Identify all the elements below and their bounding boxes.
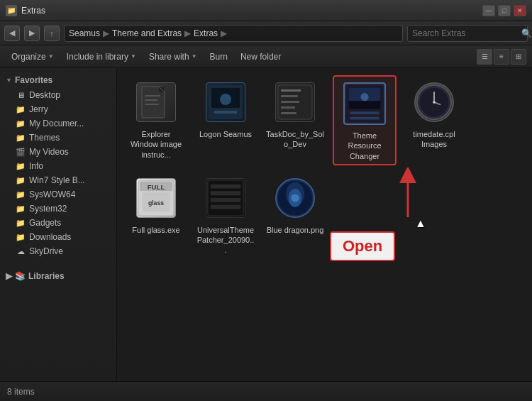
close-button[interactable]: ✕ <box>514 5 526 16</box>
sidebar-label-system32: System32 <box>29 204 67 214</box>
svg-rect-15 <box>281 112 297 114</box>
sidebar-divider <box>0 258 116 264</box>
maximize-button[interactable]: □ <box>498 5 511 16</box>
view-btn-icons[interactable]: ⊞ <box>511 49 526 65</box>
organize-button[interactable]: Organize ▼ <box>6 48 60 65</box>
svg-rect-33 <box>211 185 240 189</box>
sidebar-item-jerry[interactable]: 📁 Jerry <box>1 102 115 116</box>
share-dropdown-icon: ▼ <box>192 53 197 60</box>
icon-logon-seamus <box>206 82 245 122</box>
sidebar-item-skydrive[interactable]: ☁ SkyDrive <box>1 244 115 258</box>
sidebar-item-downloads[interactable]: 📁 Downloads <box>1 230 115 244</box>
file-label-full-glass: Full glass.exe <box>132 225 179 235</box>
breadcrumb[interactable]: Seamus ▶ Theme and Extras ▶ Extras ▶ <box>64 25 403 42</box>
sidebar-label-skydrive: SkyDrive <box>29 246 63 256</box>
sidebar-icon-info: 📁 <box>16 161 26 171</box>
up-button[interactable]: ↑ <box>44 26 60 41</box>
new-folder-button[interactable]: New folder <box>235 48 287 65</box>
sidebar-item-system32[interactable]: 📁 System32 <box>1 202 115 216</box>
sidebar-icon-win7-style: 📁 <box>16 175 26 185</box>
file-area[interactable]: Explorer Window image instruc... Logon S… <box>117 68 532 381</box>
search-icon: 🔍 <box>521 28 532 38</box>
minimize-button[interactable]: — <box>482 5 495 16</box>
sidebar-icon-system32: 📁 <box>16 204 26 214</box>
file-label-universal-theme-patcher: UniversalTheme Patcher_20090... <box>196 225 255 256</box>
favorites-header[interactable]: ▼ Favorites <box>0 72 116 88</box>
breadcrumb-theme-extras[interactable]: Theme and Extras <box>112 28 182 38</box>
view-btn-details[interactable]: ☰ <box>477 49 492 65</box>
svg-point-40 <box>291 194 299 202</box>
svg-rect-20 <box>350 117 379 120</box>
file-icon-blue-dragon <box>271 174 319 222</box>
icon-theme-resource-changer <box>343 82 386 125</box>
file-icon-universal-theme-patcher <box>201 174 250 222</box>
breadcrumb-seamus[interactable]: Seamus <box>69 28 100 38</box>
svg-rect-35 <box>211 198 240 202</box>
sidebar-label-my-videos: My Videos <box>29 147 69 157</box>
file-icon-timedate-cpl <box>410 78 458 126</box>
icon-timedate-cpl <box>414 82 454 122</box>
sidebar-icon-jerry: 📁 <box>16 104 26 114</box>
sidebar-label-jerry: Jerry <box>29 104 48 114</box>
file-item-timedate-cpl[interactable]: timedate.cpl Images <box>402 75 466 165</box>
sidebar-label-gadgets: Gadgets <box>29 218 61 228</box>
cursor-indicator: ▲ <box>415 217 426 230</box>
libraries-label: Libraries <box>28 271 65 281</box>
breadcrumb-extras[interactable]: Extras <box>194 28 218 38</box>
svg-rect-5 <box>145 104 159 105</box>
file-label-explorer-window: Explorer Window image instruc... <box>127 129 185 160</box>
sidebar-items: 🖥 Desktop 📁 Jerry 📁 My Documer... 📁 Them… <box>0 88 116 258</box>
file-label-theme-resource-changer: Theme Resource Changer <box>337 131 392 161</box>
window-title: Extras <box>21 6 45 16</box>
search-box[interactable]: 🔍 <box>407 25 528 42</box>
forward-button[interactable]: ▶ <box>24 26 40 41</box>
breadcrumb-sep-2: ▶ <box>184 28 191 38</box>
sidebar-icon-downloads: 📁 <box>16 232 26 242</box>
title-controls: — □ ✕ <box>482 5 526 16</box>
breadcrumb-sep-1: ▶ <box>103 28 109 38</box>
svg-rect-34 <box>211 191 240 195</box>
sidebar-item-syswow64[interactable]: 📁 SysWOW64 <box>1 187 115 202</box>
title-bar: 📁 Extras — □ ✕ <box>0 0 532 21</box>
file-item-universal-theme-patcher[interactable]: UniversalTheme Patcher_20090... <box>194 171 257 258</box>
sidebar-item-desktop[interactable]: 🖥 Desktop <box>1 88 115 102</box>
file-label-timedate-cpl: timedate.cpl Images <box>405 129 463 150</box>
file-label-blue-dragon: Blue dragon.png <box>267 225 324 235</box>
icon-taskdoc <box>275 82 315 122</box>
file-item-theme-resource-changer[interactable]: Theme Resource Changer <box>333 75 397 165</box>
svg-rect-11 <box>281 89 301 92</box>
sidebar-label-info: Info <box>29 161 43 171</box>
sidebar-item-win7-style[interactable]: 📁 Win7 Style B... <box>1 173 115 187</box>
sidebar-label-themes: Themes <box>29 133 60 143</box>
sidebar-item-gadgets[interactable]: 📁 Gadgets <box>1 216 115 230</box>
back-button[interactable]: ◀ <box>4 26 20 41</box>
file-item-full-glass[interactable]: FULL glass Full glass.exe <box>124 171 188 258</box>
search-input[interactable] <box>412 28 519 38</box>
share-with-button[interactable]: Share with ▼ <box>143 48 203 65</box>
sidebar-item-info[interactable]: 📁 Info <box>1 159 115 173</box>
file-icon-taskdoc <box>271 78 319 126</box>
include-dropdown-icon: ▼ <box>131 53 136 60</box>
main-content: ▼ Favorites 🖥 Desktop 📁 Jerry 📁 My Docum… <box>0 68 532 381</box>
view-btn-list[interactable]: ≡ <box>494 49 509 65</box>
sidebar-label-downloads: Downloads <box>29 232 71 242</box>
file-item-logon-seamus[interactable]: Logon Seamus <box>194 75 257 165</box>
icon-explorer-window <box>136 82 176 122</box>
icon-universal-theme-patcher <box>206 178 245 218</box>
sidebar-item-my-documents[interactable]: 📁 My Documer... <box>1 116 115 131</box>
toolbar: Organize ▼ Include in library ▼ Share wi… <box>0 45 532 68</box>
include-library-button[interactable]: Include in library ▼ <box>61 48 142 65</box>
libraries-icon: 📚 <box>15 271 26 281</box>
libraries-header[interactable]: ▶ 📚 Libraries <box>0 267 116 284</box>
burn-button[interactable]: Burn <box>204 48 233 65</box>
sidebar-label-win7-style: Win7 Style B... <box>29 175 85 185</box>
sidebar-item-themes[interactable]: 📁 Themes <box>1 131 115 145</box>
sidebar-icon-syswow64: 📁 <box>16 189 26 199</box>
file-item-taskdoc[interactable]: TaskDoc_by_Solo_Dev <box>263 75 327 165</box>
open-tooltip: Open <box>330 231 395 261</box>
svg-point-21 <box>360 93 368 101</box>
icon-full-glass: FULL glass <box>136 178 176 218</box>
file-item-blue-dragon[interactable]: Blue dragon.png <box>263 171 327 258</box>
sidebar-item-my-videos[interactable]: 🎬 My Videos <box>1 145 115 159</box>
file-item-explorer-window[interactable]: Explorer Window image instruc... <box>124 75 188 165</box>
